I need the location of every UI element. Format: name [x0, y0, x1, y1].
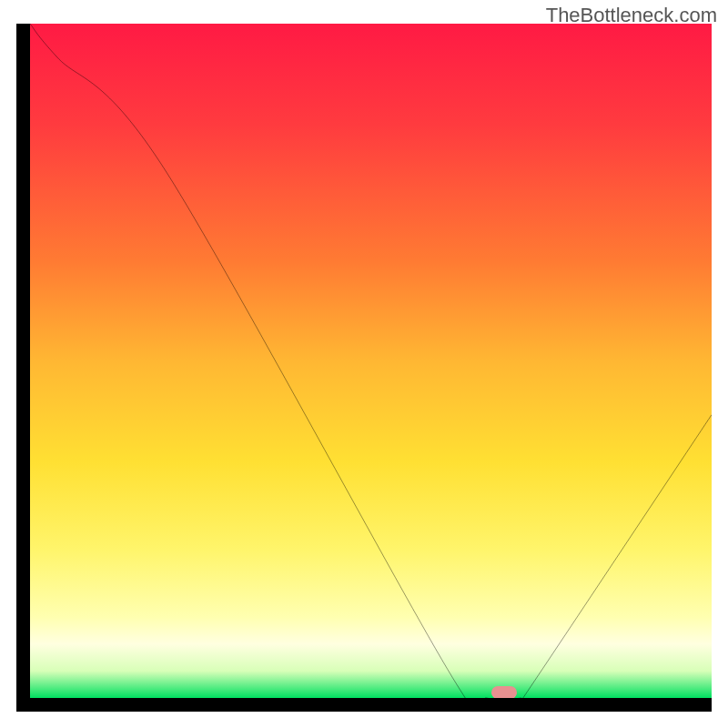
bottleneck-curve-path — [30, 24, 712, 698]
curve-svg — [30, 24, 712, 698]
plot-area — [30, 24, 712, 698]
plot-frame — [16, 24, 712, 712]
watermark-text: TheBottleneck.com — [546, 4, 717, 27]
optimal-marker — [491, 686, 517, 698]
